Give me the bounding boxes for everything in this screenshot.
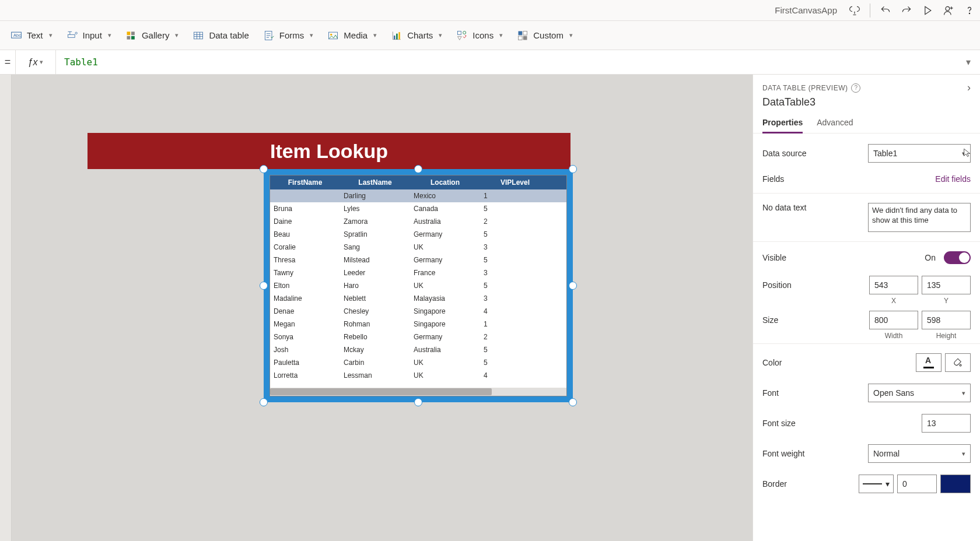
ribbon-media[interactable]: Media ▾: [321, 24, 383, 47]
ribbon-forms[interactable]: Forms ▾: [257, 24, 320, 47]
play-icon[interactable]: [917, 0, 938, 21]
y-sublabel: Y: [922, 297, 971, 305]
table-row[interactable]: JoshMckayAustralia5: [270, 343, 566, 356]
table-cell: Rohman: [340, 320, 410, 328]
scrollbar-thumb[interactable]: [270, 388, 492, 395]
resize-handle[interactable]: [569, 282, 577, 290]
ribbon-text[interactable]: Abc Text ▾: [5, 24, 58, 47]
help-icon[interactable]: [959, 0, 980, 21]
no-data-text-input[interactable]: We didn't find any data to show at this …: [868, 203, 971, 232]
control-name[interactable]: DataTable3: [753, 96, 980, 113]
table-row[interactable]: BrunaLylesCanada5: [270, 202, 566, 215]
table-row[interactable]: MadalineNeblettMalayasia3: [270, 292, 566, 305]
table-row[interactable]: CoralieSangUK3: [270, 241, 566, 254]
table-row[interactable]: EltonHaroUK5: [270, 279, 566, 292]
ribbon-custom[interactable]: Custom ▾: [511, 24, 579, 47]
table-cell: 5: [480, 282, 550, 290]
fill-color-button[interactable]: [945, 353, 971, 372]
horizontal-scrollbar[interactable]: [270, 388, 566, 396]
table-row[interactable]: DaineZamoraAustralia2: [270, 215, 566, 228]
properties-panel: DATA TABLE (PREVIEW) ? › DataTable3 Prop…: [752, 75, 980, 541]
header-banner: Item Lookup: [88, 133, 570, 169]
table-cell: Germany: [410, 333, 480, 341]
table-header: FirstName LastName Location VIPLevel: [270, 175, 566, 189]
table-row[interactable]: BeauSpratlinGermany5: [270, 228, 566, 241]
undo-icon[interactable]: [875, 0, 896, 21]
selection-outline[interactable]: FirstName LastName Location VIPLevel Dar…: [264, 169, 573, 402]
font-dropdown[interactable]: Open Sans ▾: [868, 384, 971, 402]
border-color-button[interactable]: [940, 475, 971, 493]
font-size-input[interactable]: 13: [922, 414, 971, 433]
visible-toggle[interactable]: [944, 251, 971, 264]
ribbon-input[interactable]: Input ▾: [61, 24, 117, 47]
svg-rect-17: [458, 31, 461, 34]
input-icon: [66, 30, 78, 41]
column-header[interactable]: LastName: [340, 178, 410, 187]
redo-icon[interactable]: [896, 0, 917, 21]
insert-ribbon: Abc Text ▾ Input ▾ Gallery ▾ Data table …: [0, 21, 980, 50]
prop-data-source-label: Data source: [762, 149, 868, 158]
border-style-dropdown[interactable]: ▾: [859, 475, 894, 493]
ribbon-data-table[interactable]: Data table: [187, 24, 254, 47]
tab-advanced[interactable]: Advanced: [817, 113, 853, 133]
help-info-icon[interactable]: ?: [851, 83, 860, 93]
resize-handle[interactable]: [569, 398, 577, 406]
data-source-dropdown[interactable]: Table1 ▾: [868, 144, 971, 163]
chevron-down-icon: ▾: [569, 31, 573, 39]
table-row[interactable]: DenaeChesleySingapore4: [270, 305, 566, 318]
ribbon-charts[interactable]: Charts ▾: [385, 24, 448, 47]
table-cell: 4: [480, 371, 550, 380]
size-width-input[interactable]: 800: [869, 311, 918, 329]
diagnostics-icon[interactable]: [844, 0, 865, 21]
tree-view-collapsed[interactable]: [0, 75, 12, 541]
expand-formula-icon[interactable]: ▾: [957, 57, 980, 68]
table-row[interactable]: SonyaRebelloGermany2: [270, 331, 566, 343]
share-icon[interactable]: [938, 0, 959, 21]
column-header[interactable]: FirstName: [270, 178, 340, 187]
table-row[interactable]: TawnyLeederFrance3: [270, 266, 566, 279]
table-row[interactable]: LorrettaLessmanUK4: [270, 369, 566, 382]
svg-text:Abc: Abc: [13, 32, 21, 37]
chevron-down-icon: ▾: [962, 389, 965, 397]
resize-handle[interactable]: [414, 398, 422, 406]
svg-rect-7: [131, 31, 135, 35]
properties-tabs: Properties Advanced: [753, 113, 980, 134]
size-height-input[interactable]: 598: [922, 311, 971, 329]
svg-rect-6: [127, 31, 130, 35]
resize-handle[interactable]: [569, 165, 577, 173]
tab-properties[interactable]: Properties: [762, 113, 803, 133]
custom-icon: [517, 30, 528, 41]
collapse-panel-icon[interactable]: ›: [967, 82, 971, 94]
text-color-button[interactable]: A: [916, 353, 942, 372]
resize-handle[interactable]: [260, 165, 268, 173]
resize-handle[interactable]: [414, 165, 422, 173]
data-table-control[interactable]: FirstName LastName Location VIPLevel Dar…: [270, 175, 567, 396]
table-row[interactable]: MeganRohmanSingapore1: [270, 318, 566, 331]
table-cell: Malayasia: [410, 294, 480, 303]
position-y-input[interactable]: 135: [922, 276, 971, 294]
table-cell: Pauletta: [270, 359, 340, 367]
table-row[interactable]: PaulettaCarbinUK5: [270, 356, 566, 369]
chevron-down-icon: ▾: [175, 31, 178, 39]
table-cell: 2: [480, 333, 550, 341]
edit-fields-link[interactable]: Edit fields: [935, 174, 971, 184]
canvas[interactable]: Item Lookup FirstName LastName Location …: [12, 75, 752, 541]
resize-handle[interactable]: [260, 282, 268, 290]
app-name: FirstCanvasApp: [775, 5, 837, 15]
formula-input[interactable]: Table1: [56, 57, 957, 68]
table-cell: Mckay: [340, 346, 410, 354]
resize-handle[interactable]: [260, 398, 268, 406]
column-header[interactable]: VIPLevel: [480, 178, 550, 187]
position-x-input[interactable]: 543: [869, 276, 918, 294]
border-width-input[interactable]: 0: [897, 475, 937, 493]
ribbon-gallery[interactable]: Gallery ▾: [120, 24, 185, 47]
ribbon-icons[interactable]: Icons ▾: [450, 24, 509, 47]
table-row[interactable]: DarlingMexico1: [270, 189, 566, 202]
fx-button[interactable]: ƒx ▾: [15, 50, 56, 74]
font-weight-dropdown[interactable]: Normal ▾: [868, 444, 971, 463]
main-area: Item Lookup FirstName LastName Location …: [0, 75, 980, 541]
svg-rect-23: [523, 36, 527, 40]
column-header[interactable]: Location: [410, 178, 480, 187]
table-cell: Germany: [410, 230, 480, 238]
table-row[interactable]: ThresaMilsteadGermany5: [270, 254, 566, 266]
